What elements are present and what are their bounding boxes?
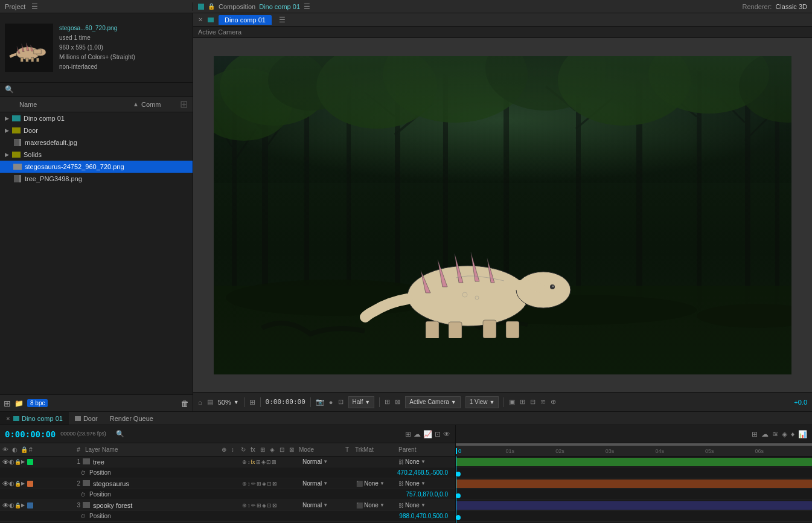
tl-layer-color[interactable]: ◈ (782, 430, 787, 438)
position-icon-2[interactable]: ↕ (248, 481, 251, 487)
view-opt2-icon[interactable]: ⊟ (530, 398, 535, 406)
layer-modes-icon[interactable]: ⊡ (435, 430, 441, 438)
track-2-bar[interactable] (456, 480, 812, 488)
comp-close-x[interactable]: ✕ (198, 16, 203, 23)
layer-2-lock[interactable]: 🔒 (14, 481, 21, 487)
keyframe-marker-1[interactable] (456, 472, 461, 476)
layer-2-vis[interactable]: 👁 (2, 480, 9, 487)
search-input[interactable] (16, 86, 188, 93)
playhead[interactable] (456, 457, 456, 523)
comp-menu-icon[interactable]: ☰ (304, 2, 310, 11)
position-stopwatch-3[interactable]: ⏱ (80, 513, 86, 519)
project-item-tree[interactable]: tree_PNG3498.png (0, 173, 193, 185)
layer-3-lock[interactable]: 🔒 (14, 502, 21, 509)
display-icon[interactable]: ▤ (207, 398, 213, 406)
project-item-maxres[interactable]: maxresdefault.jpg (0, 136, 193, 149)
layer-3-trkmat[interactable]: ⬛ None ▼ (356, 502, 398, 509)
shy-icon[interactable]: 👁 (443, 430, 450, 438)
track-1-bar[interactable] (456, 458, 812, 466)
view-opt-icon[interactable]: ⊞ (520, 398, 525, 406)
layer-3-adj[interactable]: ⊡ (267, 502, 272, 509)
sort-icon[interactable]: ▲ (133, 101, 139, 107)
tl-settings-icon[interactable]: ⊞ (752, 430, 758, 438)
anchor-icon-2[interactable]: ⊕ (242, 481, 247, 487)
comp-tab-active[interactable]: Dino comp 01 (219, 15, 272, 25)
position-stopwatch-2[interactable]: ⏱ (80, 492, 86, 498)
camera-dropdown[interactable]: Active Camera ▼ (405, 396, 461, 408)
layer-3-pen[interactable]: ✏ (251, 502, 256, 509)
layer-2-3d[interactable]: ⊠ (272, 481, 277, 487)
position-icon-1[interactable]: ↕ (248, 459, 251, 465)
layer-2-motion[interactable]: ◈ (262, 481, 266, 487)
layer-2-expand[interactable]: ▶ (21, 481, 25, 486)
layer-row-1[interactable]: 👁 ◐ 🔒 ▶ 1 tree ⊕ ↕ fx (0, 457, 455, 467)
solo-icon[interactable]: ⊞ (405, 430, 411, 438)
tl-chart[interactable]: 📊 (798, 430, 807, 438)
layer-1-lock[interactable]: 🔒 (14, 459, 21, 465)
zoom-value[interactable]: 50% (218, 399, 231, 406)
layer-2-trkmat[interactable]: ⬛ None ▼ (356, 480, 398, 487)
graph-editor-icon[interactable]: 📈 (423, 430, 432, 438)
timeline-tab-door[interactable]: Door (69, 412, 104, 425)
mask-icon[interactable]: ⊠ (395, 398, 400, 406)
layer-1-blend[interactable]: ⊞ (256, 459, 261, 465)
layer-2-parent[interactable]: ⛓ None ▼ (398, 480, 453, 487)
layer-2-solo[interactable]: ◐ (9, 480, 14, 487)
layer-row-2[interactable]: 👁 ◐ 🔒 ▶ 2 stegosaurus ⊕ ↕ (0, 478, 455, 489)
snapshot-icon[interactable]: 📷 (316, 398, 324, 406)
color-picker-icon[interactable]: ● (329, 399, 333, 406)
layer-1-3d[interactable]: ⊠ (272, 459, 277, 465)
timeline-timecode[interactable]: 0:00:00:00 (5, 429, 56, 439)
keyframe-marker-2[interactable] (456, 493, 461, 498)
tab-close-dino[interactable]: ✕ (6, 416, 11, 421)
3d-icon[interactable]: ▣ (509, 398, 515, 406)
layer-1-motion[interactable]: ◈ (261, 459, 266, 465)
tl-frame-blend[interactable]: ≋ (772, 430, 778, 438)
view-dropdown[interactable]: 1 View ▼ (465, 396, 499, 408)
folder-btn[interactable]: ⊞ (180, 98, 188, 110)
zoom-dropdown-arrow[interactable]: ▼ (234, 399, 239, 405)
home-icon[interactable]: ⌂ (198, 399, 202, 406)
layer-1-parent[interactable]: ⛓ None ▼ (398, 458, 453, 465)
layer-3-mode[interactable]: Normal ▼ (302, 502, 348, 509)
layer-1-vis[interactable]: 👁 (2, 458, 9, 466)
layer-3-blend[interactable]: ⊞ (257, 502, 261, 509)
project-menu-icon[interactable]: ☰ (31, 2, 38, 11)
motion-blur-icon[interactable]: ☁ (414, 430, 421, 438)
layer-1-fx[interactable]: fx (251, 459, 255, 465)
tl-markers[interactable]: ♦ (791, 430, 794, 438)
project-item-door[interactable]: ▶ Door (0, 124, 193, 136)
view-opt3-icon[interactable]: ≋ (540, 398, 546, 406)
layer-2-blend[interactable]: ⊞ (257, 481, 261, 487)
layer-1-adj[interactable]: ⊡ (266, 459, 271, 465)
project-item-stego[interactable]: stegosaurus-24752_960_720.png (0, 161, 193, 173)
transparency-icon[interactable]: ⊡ (338, 398, 344, 406)
new-folder-icon[interactable]: 📁 (14, 399, 24, 408)
view-opt4-icon[interactable]: ⊕ (551, 398, 556, 406)
fit-icon[interactable]: ⊞ (249, 398, 255, 406)
bpc-badge[interactable]: 8 bpc (27, 399, 48, 407)
region-icon[interactable]: ⊞ (385, 398, 390, 406)
layer-3-motion[interactable]: ◈ (262, 502, 266, 509)
comp-settings-icon[interactable]: ☰ (279, 16, 286, 24)
position-icon-3[interactable]: ↕ (248, 502, 251, 509)
tl-motion-blur[interactable]: ☁ (761, 430, 769, 438)
position-stopwatch[interactable]: ⏱ (80, 470, 86, 476)
render-queue-tab[interactable]: Render Queue (104, 415, 159, 422)
new-comp-icon[interactable]: ⊞ (4, 399, 11, 408)
comp-panel-close[interactable] (198, 4, 204, 10)
layer-3-vis[interactable]: 👁 (2, 502, 9, 509)
track-3-bar[interactable] (456, 501, 812, 510)
timeline-tab-dino[interactable]: ✕ Dino comp 01 (0, 412, 69, 425)
search-timeline-icon[interactable]: 🔍 (116, 430, 124, 438)
zoom-control[interactable]: 50% ▼ (218, 399, 239, 406)
layer-2-adj[interactable]: ⊡ (267, 481, 272, 487)
keyframe-marker-3[interactable] (456, 515, 461, 520)
layer-3-expand[interactable]: ▶ (21, 502, 25, 508)
project-item-solids[interactable]: ▶ Solids (0, 149, 193, 161)
layer-1-solo[interactable]: ◐ (9, 458, 14, 465)
project-item-dino-comp[interactable]: ▶ Dino comp 01 (0, 112, 193, 124)
layer-2-pen[interactable]: ✏ (251, 481, 256, 487)
layer-row-3[interactable]: 👁 ◐ 🔒 ▶ 3 spooky forest ⊕ ↕ (0, 500, 455, 511)
layer-1-expand[interactable]: ▶ (21, 459, 25, 464)
